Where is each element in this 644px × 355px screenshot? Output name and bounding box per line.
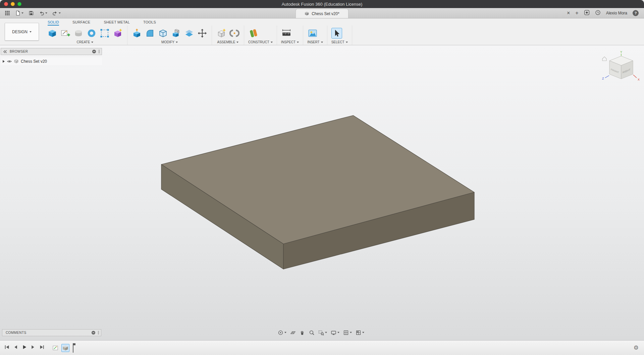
pan-button[interactable] <box>300 330 305 336</box>
create-form-icon[interactable] <box>73 28 84 39</box>
panel-grip-handle[interactable] <box>99 50 100 53</box>
ribbon-group-select: SELECT <box>327 26 352 45</box>
ribbon-group-create: CREATE <box>43 26 127 45</box>
document-tab[interactable]: Chess Set v20* <box>296 9 348 18</box>
viewcube-axis-z-label: Z <box>602 77 604 80</box>
undo-button[interactable] <box>39 10 47 16</box>
create-sketch-icon[interactable] <box>60 28 71 39</box>
step-forward-button[interactable] <box>30 344 36 351</box>
project-geometry-icon[interactable] <box>99 28 110 39</box>
panel-grip-handle[interactable] <box>98 331 99 335</box>
joint-icon[interactable] <box>229 28 240 39</box>
timeline-body-feature[interactable] <box>61 344 69 352</box>
panel-options-icon[interactable] <box>92 331 95 335</box>
browser-panel-header[interactable]: BROWSER <box>1 48 102 55</box>
base-feature-icon[interactable] <box>112 28 123 39</box>
chevron-down-icon <box>297 42 299 43</box>
construct-dropdown[interactable]: CONSTRUCT <box>248 40 273 44</box>
close-tab-button[interactable]: × <box>567 10 570 16</box>
fit-button[interactable] <box>318 330 327 336</box>
home-icon[interactable] <box>602 57 606 61</box>
create-label: CREATE <box>77 40 90 44</box>
job-status-button[interactable] <box>595 10 601 17</box>
timeline-sketch-feature[interactable] <box>51 344 59 352</box>
save-button[interactable] <box>29 10 34 16</box>
tab-solid[interactable]: SOLID <box>48 20 59 26</box>
move-copy-icon[interactable] <box>197 28 208 39</box>
new-tab-button[interactable]: + <box>575 10 578 16</box>
redo-button[interactable] <box>52 10 61 16</box>
modify-dropdown[interactable]: MODIFY <box>131 40 208 44</box>
apps-grid-icon[interactable] <box>5 10 10 16</box>
close-window-button[interactable] <box>4 2 8 6</box>
orbit-icon <box>278 330 283 336</box>
undo-icon <box>39 10 44 16</box>
zoom-window-button[interactable] <box>17 2 21 6</box>
look-at-button[interactable] <box>290 330 296 336</box>
zoom-button[interactable] <box>309 330 315 336</box>
select-dropdown[interactable]: SELECT <box>331 40 348 44</box>
comments-panel-header[interactable]: COMMENTS <box>2 329 101 336</box>
model-body[interactable] <box>0 45 644 340</box>
browser-root-item[interactable]: Chess Set v20 <box>1 57 102 65</box>
offset-face-icon[interactable] <box>184 28 195 39</box>
fillet-icon[interactable] <box>145 28 155 39</box>
ribbon-group-construct: CONSTRUCT <box>244 26 277 45</box>
shell-icon[interactable] <box>158 28 168 39</box>
measure-icon[interactable] <box>281 28 292 39</box>
go-to-end-button[interactable] <box>39 344 45 351</box>
minimize-window-button[interactable] <box>11 2 15 6</box>
inspect-label: INSPECT <box>281 40 296 44</box>
play-button[interactable] <box>21 344 27 351</box>
settings-gear-icon[interactable]: ⚙ <box>634 344 644 351</box>
clock-icon <box>595 10 601 15</box>
help-button[interactable]: ? <box>633 10 639 16</box>
ribbon-group-inspect: INSPECT <box>277 26 303 45</box>
body-feature-icon <box>62 345 68 351</box>
zoom-window-icon <box>318 330 324 336</box>
combine-icon[interactable] <box>171 28 181 39</box>
go-to-end-icon <box>39 344 45 350</box>
assemble-dropdown[interactable]: ASSEMBLE <box>216 40 240 44</box>
new-solid-icon[interactable] <box>47 28 58 39</box>
display-settings-button[interactable] <box>331 330 339 336</box>
extensions-button[interactable] <box>584 10 590 17</box>
grid-settings-button[interactable] <box>343 330 352 336</box>
visibility-eye-icon[interactable] <box>7 60 12 63</box>
timeline-playhead[interactable] <box>73 343 73 353</box>
viewcube-cube[interactable] <box>609 56 633 79</box>
insert-canvas-icon[interactable] <box>307 28 318 39</box>
viewcube-axis-x-label: X <box>638 78 640 81</box>
create-dropdown[interactable]: CREATE <box>47 40 123 44</box>
select-label: SELECT <box>331 40 344 44</box>
go-to-start-button[interactable] <box>4 344 10 351</box>
file-menu-button[interactable] <box>15 10 23 16</box>
collapse-panel-icon[interactable] <box>3 50 7 53</box>
pan-hand-icon <box>300 330 305 336</box>
press-pull-icon[interactable] <box>131 28 142 39</box>
viewport-canvas[interactable]: Y FRONT RIGHT Z X BR <box>0 45 644 340</box>
workspace-selector[interactable]: DESIGN <box>5 23 39 41</box>
revolve-icon[interactable] <box>86 28 97 39</box>
ribbon-toolbar: DESIGN SOLID SURFACE SHEET METAL TOOLS <box>0 18 644 45</box>
tab-sheet-metal[interactable]: SHEET METAL <box>104 20 130 26</box>
new-component-icon[interactable] <box>216 28 227 39</box>
chevron-down-icon <box>271 42 273 43</box>
tab-tools[interactable]: TOOLS <box>143 20 156 26</box>
user-account-button[interactable]: Alexio Mora <box>606 11 627 15</box>
ribbon-group-modify: MODIFY <box>127 26 212 45</box>
chevron-down-icon <box>45 12 47 14</box>
orbit-button[interactable] <box>278 330 286 336</box>
viewports-button[interactable] <box>356 330 364 336</box>
panel-options-icon[interactable] <box>92 50 96 53</box>
step-back-button[interactable] <box>13 344 18 351</box>
inspect-dropdown[interactable]: INSPECT <box>281 40 299 44</box>
construct-plane-icon[interactable] <box>248 28 259 39</box>
viewcube[interactable]: Y FRONT RIGHT Z X <box>601 49 644 90</box>
chevron-down-icon <box>236 42 238 43</box>
tab-surface[interactable]: SURFACE <box>72 20 90 26</box>
expand-arrow-icon[interactable] <box>3 60 5 63</box>
modify-label: MODIFY <box>161 40 174 44</box>
select-cursor-icon[interactable] <box>331 28 342 39</box>
insert-dropdown[interactable]: INSERT <box>307 40 323 44</box>
